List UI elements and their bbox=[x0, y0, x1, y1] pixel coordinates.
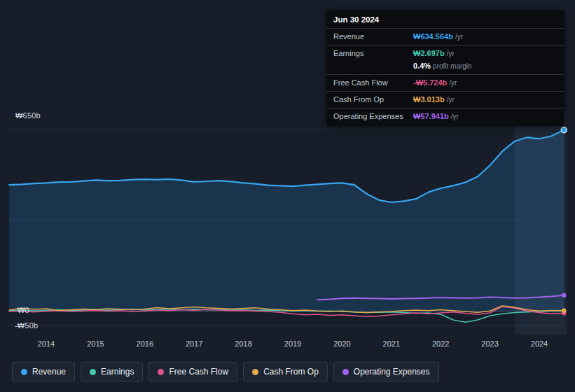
x-axis: 2014201520162017201820192020202120222023… bbox=[0, 340, 575, 349]
tooltip-row-operating-expenses: Operating Expenses ₩57.941b/yr bbox=[326, 108, 564, 125]
legend-item-revenue[interactable]: Revenue bbox=[12, 362, 75, 382]
revenue-value: ₩634.564b bbox=[413, 32, 453, 41]
x-tick-2016: 2016 bbox=[137, 340, 153, 348]
profit-margin-value: 0.4% bbox=[413, 62, 431, 70]
opex-value: ₩57.941b bbox=[413, 112, 449, 120]
operating_expenses-legend-dot-icon bbox=[342, 369, 349, 375]
cashop-value: ₩3.013b bbox=[413, 95, 445, 104]
legend-label: Earnings bbox=[101, 367, 134, 377]
y-axis-label-zero: ₩0 bbox=[18, 306, 29, 314]
earnings-value: ₩2.697b bbox=[413, 49, 445, 57]
earnings-per-year: /yr bbox=[447, 50, 455, 57]
tooltip-fcf-value: -₩5.724b/yr bbox=[413, 78, 557, 88]
earnings-legend-dot-icon bbox=[90, 369, 96, 375]
legend-item-operating_expenses[interactable]: Operating Expenses bbox=[333, 362, 439, 382]
x-tick-2014: 2014 bbox=[38, 340, 55, 348]
revenue-area-fill bbox=[9, 130, 564, 312]
x-tick-2021: 2021 bbox=[383, 340, 400, 348]
revenue-legend-dot-icon bbox=[21, 369, 27, 375]
legend-item-cash_from_op[interactable]: Cash From Op bbox=[243, 362, 328, 382]
tooltip-fcf-label: Free Cash Flow bbox=[333, 78, 413, 88]
x-tick-2024: 2024 bbox=[531, 340, 548, 348]
y-axis-label-neg50b: -₩50b bbox=[15, 321, 38, 330]
x-tick-2018: 2018 bbox=[235, 340, 251, 348]
x-tick-2019: 2019 bbox=[284, 340, 301, 348]
profit-margin-label: profit margin bbox=[433, 62, 472, 70]
free_cash_flow-legend-dot-icon bbox=[158, 369, 164, 375]
x-tick-2022: 2022 bbox=[432, 340, 449, 348]
legend-item-earnings[interactable]: Earnings bbox=[81, 362, 143, 382]
y-axis-label-650b: ₩650b bbox=[15, 111, 41, 120]
tooltip-revenue-value: ₩634.564b/yr bbox=[413, 31, 557, 42]
tooltip-row-cash-from-op: Cash From Op ₩3.013b/yr bbox=[326, 91, 564, 108]
tooltip-earnings-value: ₩2.697b/yr 0.4%profit margin bbox=[413, 48, 557, 71]
tooltip-date: Jun 30 2024 bbox=[326, 10, 564, 28]
tooltip-opex-value: ₩57.941b/yr bbox=[413, 111, 557, 122]
tooltip-opex-label: Operating Expenses bbox=[333, 111, 413, 121]
cash_from_op-end-dot bbox=[562, 309, 566, 313]
data-point-tooltip: Jun 30 2024 Revenue ₩634.564b/yr Earning… bbox=[326, 10, 564, 126]
tooltip-row-free-cash-flow: Free Cash Flow -₩5.724b/yr bbox=[326, 74, 564, 91]
x-tick-2015: 2015 bbox=[87, 340, 104, 348]
opex-per-year: /yr bbox=[451, 113, 459, 120]
tooltip-row-earnings: Earnings ₩2.697b/yr 0.4%profit margin bbox=[326, 45, 564, 74]
fcf-per-year: /yr bbox=[449, 79, 457, 87]
x-tick-2020: 2020 bbox=[333, 340, 350, 348]
legend-label: Cash From Op bbox=[263, 367, 319, 377]
profit-margin-line: 0.4%profit margin bbox=[413, 61, 557, 71]
financial-history-panel: ₩650b ₩0 -₩50b 2014201520162017201820192… bbox=[0, 0, 575, 392]
revenue-per-year: /yr bbox=[455, 33, 463, 41]
x-tick-2017: 2017 bbox=[186, 340, 202, 348]
tooltip-cashop-value: ₩3.013b/yr bbox=[413, 94, 557, 105]
recent-period-highlight bbox=[515, 111, 567, 335]
revenue-end-dot bbox=[561, 127, 567, 133]
chart-legend: RevenueEarningsFree Cash FlowCash From O… bbox=[12, 362, 439, 382]
cash_from_op-legend-dot-icon bbox=[252, 369, 258, 375]
legend-item-free_cash_flow[interactable]: Free Cash Flow bbox=[148, 362, 237, 382]
fcf-value: -₩5.724b bbox=[413, 78, 447, 87]
tooltip-cashop-label: Cash From Op bbox=[333, 94, 413, 104]
legend-label: Operating Expenses bbox=[354, 367, 430, 377]
x-tick-2023: 2023 bbox=[481, 340, 498, 348]
operating_expenses-end-dot bbox=[562, 293, 566, 298]
tooltip-earnings-label: Earnings bbox=[333, 48, 413, 58]
tooltip-revenue-label: Revenue bbox=[333, 31, 413, 41]
tooltip-row-revenue: Revenue ₩634.564b/yr bbox=[326, 28, 564, 45]
legend-label: Free Cash Flow bbox=[169, 367, 228, 377]
cashop-per-year: /yr bbox=[447, 96, 455, 104]
legend-label: Revenue bbox=[32, 367, 66, 377]
